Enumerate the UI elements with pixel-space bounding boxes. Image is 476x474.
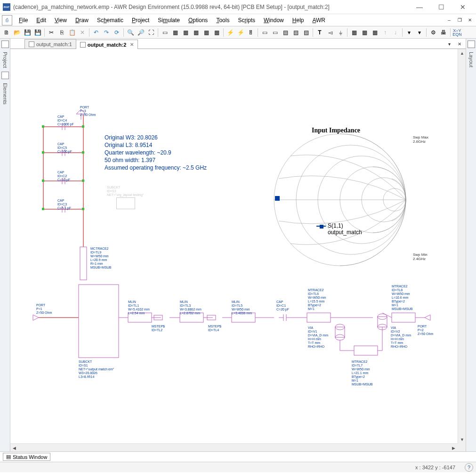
layout-icon[interactable]: [468, 41, 475, 48]
tab-close-icon[interactable]: ✕: [130, 42, 134, 47]
tab-close-all-icon[interactable]: ✕: [455, 40, 464, 48]
tb-btn-8[interactable]: ▭: [270, 28, 280, 37]
vertical-scrollbar[interactable]: ▲ ▼: [458, 49, 466, 443]
tb-btn-11[interactable]: ▤: [301, 28, 311, 37]
schematic-canvas[interactable]: Original W3: 20.8026 Original L3: 8.9514…: [10, 49, 466, 451]
tb-btn-1[interactable]: ▭: [160, 28, 169, 37]
mdi-minimize[interactable]: –: [445, 16, 453, 25]
menu-scripts[interactable]: Scripts: [234, 16, 259, 25]
sidebar-tab-project[interactable]: Project: [1, 50, 9, 70]
simulate2-icon[interactable]: ⚡: [236, 28, 245, 37]
tb-btn-15[interactable]: ▾: [404, 28, 414, 37]
tab-dropdown-icon[interactable]: ▾: [445, 40, 453, 48]
redo-icon[interactable]: ↷: [102, 28, 111, 37]
new-icon[interactable]: 🗎: [2, 28, 11, 37]
save-icon[interactable]: 💾: [23, 28, 32, 37]
legend-series-name: S(1,1): [328, 222, 343, 229]
minimize-button[interactable]: —: [409, 0, 430, 14]
tb-btn-9[interactable]: ▤: [281, 28, 290, 37]
menu-project[interactable]: Project: [128, 16, 153, 25]
zoom-fit-icon[interactable]: ⛶: [146, 28, 156, 37]
status-help-icon[interactable]: ?: [465, 463, 473, 472]
zoom-in-icon[interactable]: 🔎: [136, 28, 145, 37]
tb-btn-7[interactable]: ▭: [260, 28, 269, 37]
scroll-corner: [458, 443, 466, 451]
tab-output-match-2[interactable]: output_match:2 ✕: [76, 40, 138, 49]
menu-simulate[interactable]: Simulate: [154, 16, 184, 25]
menu-tools[interactable]: Tools: [212, 16, 233, 25]
zoom-out-icon[interactable]: 🔍: [126, 28, 135, 37]
chart-swp-max: Swp Max 2.6GHz: [413, 135, 428, 144]
scroll-down-icon[interactable]: ▼: [458, 435, 466, 443]
delete-icon[interactable]: ✕: [78, 28, 87, 37]
param-mtrace8: MTRACE2 ID=TL8 W=W50 mm L=10.6 mm BType=…: [392, 285, 413, 311]
sidebar-tab-elements[interactable]: Elements: [1, 81, 9, 106]
menu-view[interactable]: View: [51, 16, 71, 25]
doc-icon[interactable]: ⎙: [2, 15, 12, 25]
mdi-restore[interactable]: ❐: [455, 16, 464, 25]
param-port1: PORT P=1 Z=50 Ohm: [36, 303, 52, 315]
tb-btn-14[interactable]: ▦: [370, 28, 379, 37]
menu-options[interactable]: Options: [185, 16, 211, 25]
param-port3: PORT P=3 Z=50 Ohm: [80, 106, 96, 117]
print-icon[interactable]: 🖶: [439, 28, 448, 37]
tb-btn-5[interactable]: ▦: [202, 28, 211, 37]
ground-icon[interactable]: ⏚: [336, 28, 345, 37]
tb-btn-16[interactable]: ▾: [415, 28, 424, 37]
menu-edit[interactable]: Edit: [32, 16, 50, 25]
mdi-close[interactable]: ✕: [466, 16, 474, 25]
maximize-button[interactable]: ☐: [431, 0, 452, 14]
simulate-icon[interactable]: ⚡: [226, 28, 235, 37]
horizontal-scrollbar[interactable]: ◀ ▶: [10, 443, 458, 451]
main-area: Project Elements output_match:1 output_m…: [0, 39, 476, 451]
cut-icon[interactable]: ✂: [47, 28, 56, 37]
nav-down-icon[interactable]: ↓: [391, 28, 400, 37]
tb-btn-13[interactable]: ▦: [360, 28, 369, 37]
port-icon[interactable]: ◅: [325, 28, 335, 37]
menu-schematic[interactable]: Schematic: [93, 16, 127, 25]
tune-icon[interactable]: 🎚: [246, 28, 256, 37]
tb-btn-2[interactable]: ▦: [170, 28, 180, 37]
tb-btn-10[interactable]: ▤: [291, 28, 300, 37]
tb-btn-17[interactable]: ⚙: [428, 28, 438, 37]
param-cap1: CAP ID=C1 C=20 pF: [276, 300, 289, 311]
svg-rect-69: [82, 208, 84, 210]
tb-btn-3[interactable]: ▦: [181, 28, 190, 37]
nav-up-icon[interactable]: ↑: [380, 28, 390, 37]
elements-icon[interactable]: [1, 72, 9, 79]
save-all-icon[interactable]: 💾: [33, 28, 42, 37]
tab-output-match-1[interactable]: output_match:1: [24, 39, 76, 49]
status-bar: x : 3422 y : -6147 ?: [0, 462, 476, 472]
chart-legend: S(1,1) output_match: [316, 222, 362, 236]
xy-eqn-icon[interactable]: X=YEQN: [452, 28, 462, 37]
scroll-up-icon[interactable]: ▲: [458, 49, 466, 57]
tb-btn-12[interactable]: ▦: [349, 28, 359, 37]
tb-btn-4[interactable]: ▦: [191, 28, 201, 37]
legend-marker-icon: [316, 226, 326, 227]
menu-awr[interactable]: AWR: [308, 16, 329, 25]
project-icon[interactable]: [1, 41, 9, 48]
refresh-icon[interactable]: ⟳: [112, 28, 121, 37]
svg-rect-58: [392, 313, 415, 322]
menu-draw[interactable]: Draw: [72, 16, 92, 25]
sidebar-tab-layout[interactable]: Layout: [468, 50, 475, 69]
open-icon[interactable]: 📂: [12, 28, 22, 37]
status-window-tab[interactable]: ▤ Status Window: [3, 453, 50, 461]
text-icon[interactable]: T: [315, 28, 324, 37]
scroll-right-icon[interactable]: ▶: [450, 444, 458, 451]
tb-btn-6[interactable]: ▦: [212, 28, 221, 37]
menu-window[interactable]: Window: [260, 16, 288, 25]
tab-label: output_match:1: [36, 41, 72, 47]
paste-icon[interactable]: 📋: [67, 28, 77, 37]
scroll-left-icon[interactable]: ◀: [10, 444, 18, 451]
param-mtrace6: MTRACE2 ID=TL6 W=W50 mm L=15.5 mm BType=…: [308, 288, 326, 311]
menu-file[interactable]: File: [15, 16, 32, 25]
svg-marker-61: [425, 315, 430, 320]
copy-icon[interactable]: ⎘: [57, 28, 66, 37]
close-button[interactable]: ✕: [452, 0, 473, 14]
svg-rect-25: [80, 247, 87, 280]
svg-rect-68: [82, 180, 84, 182]
menu-help[interactable]: Help: [289, 16, 308, 25]
undo-icon[interactable]: ↶: [91, 28, 101, 37]
document-tabs: output_match:1 output_match:2 ✕ ▾ ✕: [10, 39, 466, 49]
